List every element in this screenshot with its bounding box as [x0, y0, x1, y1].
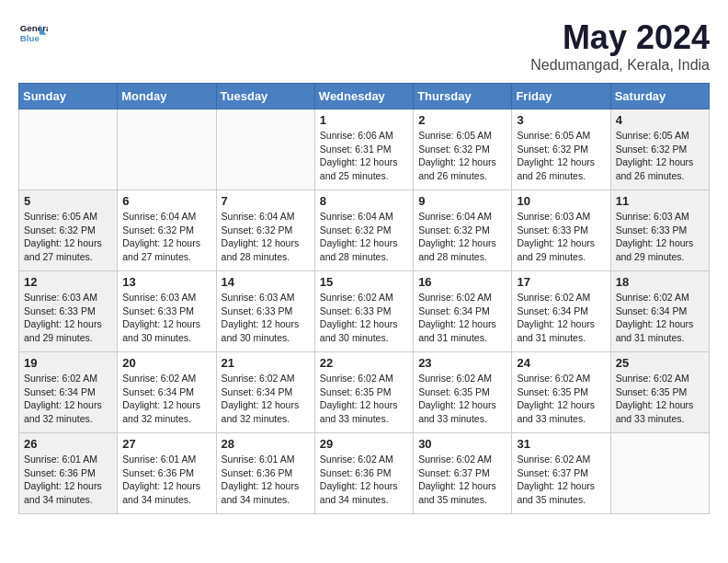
day-number: 19: [24, 356, 112, 370]
day-info: Sunrise: 6:02 AM Sunset: 6:34 PM Dayligh…: [24, 372, 112, 426]
day-info: Sunrise: 6:04 AM Sunset: 6:32 PM Dayligh…: [320, 210, 408, 264]
calendar-cell: 20Sunrise: 6:02 AM Sunset: 6:34 PM Dayli…: [118, 352, 216, 433]
weekday-header-saturday: Saturday: [610, 84, 709, 109]
day-info: Sunrise: 6:06 AM Sunset: 6:31 PM Dayligh…: [320, 129, 408, 183]
day-number: 1: [320, 113, 408, 127]
day-info: Sunrise: 6:04 AM Sunset: 6:32 PM Dayligh…: [418, 210, 506, 264]
calendar-cell: 21Sunrise: 6:02 AM Sunset: 6:34 PM Dayli…: [216, 352, 314, 433]
weekday-header-tuesday: Tuesday: [216, 84, 314, 109]
calendar-week-row: 12Sunrise: 6:03 AM Sunset: 6:33 PM Dayli…: [19, 271, 710, 352]
page-header: General Blue May 2024 Nedumangad, Kerala…: [18, 18, 710, 74]
day-number: 26: [24, 437, 112, 451]
calendar-cell: 12Sunrise: 6:03 AM Sunset: 6:33 PM Dayli…: [19, 271, 118, 352]
day-info: Sunrise: 6:02 AM Sunset: 6:34 PM Dayligh…: [616, 291, 704, 345]
calendar-cell: 19Sunrise: 6:02 AM Sunset: 6:34 PM Dayli…: [19, 352, 118, 433]
calendar-cell: [19, 109, 118, 190]
calendar-cell: 10Sunrise: 6:03 AM Sunset: 6:33 PM Dayli…: [512, 190, 610, 271]
calendar-cell: 16Sunrise: 6:02 AM Sunset: 6:34 PM Dayli…: [414, 271, 512, 352]
day-number: 17: [517, 275, 605, 289]
day-number: 10: [517, 194, 605, 208]
calendar-cell: 6Sunrise: 6:04 AM Sunset: 6:32 PM Daylig…: [118, 190, 216, 271]
day-info: Sunrise: 6:02 AM Sunset: 6:37 PM Dayligh…: [418, 453, 506, 507]
day-info: Sunrise: 6:02 AM Sunset: 6:35 PM Dayligh…: [517, 372, 605, 426]
day-number: 20: [122, 356, 210, 370]
day-info: Sunrise: 6:05 AM Sunset: 6:32 PM Dayligh…: [616, 129, 704, 183]
day-number: 3: [517, 113, 605, 127]
calendar-cell: 31Sunrise: 6:02 AM Sunset: 6:37 PM Dayli…: [512, 433, 610, 514]
day-info: Sunrise: 6:04 AM Sunset: 6:32 PM Dayligh…: [122, 210, 210, 264]
logo-icon: General Blue: [18, 18, 48, 48]
weekday-header-sunday: Sunday: [19, 84, 118, 109]
day-number: 11: [616, 194, 704, 208]
day-info: Sunrise: 6:03 AM Sunset: 6:33 PM Dayligh…: [24, 291, 112, 345]
day-info: Sunrise: 6:02 AM Sunset: 6:36 PM Dayligh…: [320, 453, 408, 507]
calendar-cell: 1Sunrise: 6:06 AM Sunset: 6:31 PM Daylig…: [314, 109, 413, 190]
day-number: 30: [418, 437, 506, 451]
day-info: Sunrise: 6:02 AM Sunset: 6:34 PM Dayligh…: [122, 372, 210, 426]
svg-text:Blue: Blue: [20, 33, 40, 43]
day-info: Sunrise: 6:02 AM Sunset: 6:35 PM Dayligh…: [418, 372, 506, 426]
location: Nedumangad, Kerala, India: [530, 57, 710, 74]
calendar-cell: 24Sunrise: 6:02 AM Sunset: 6:35 PM Dayli…: [512, 352, 610, 433]
calendar-cell: 11Sunrise: 6:03 AM Sunset: 6:33 PM Dayli…: [610, 190, 709, 271]
calendar-week-row: 5Sunrise: 6:05 AM Sunset: 6:32 PM Daylig…: [19, 190, 710, 271]
calendar-cell: 27Sunrise: 6:01 AM Sunset: 6:36 PM Dayli…: [118, 433, 216, 514]
day-info: Sunrise: 6:05 AM Sunset: 6:32 PM Dayligh…: [517, 129, 605, 183]
day-number: 8: [320, 194, 408, 208]
day-info: Sunrise: 6:04 AM Sunset: 6:32 PM Dayligh…: [222, 210, 310, 264]
day-number: 2: [418, 113, 506, 127]
day-info: Sunrise: 6:02 AM Sunset: 6:34 PM Dayligh…: [418, 291, 506, 345]
day-info: Sunrise: 6:02 AM Sunset: 6:35 PM Dayligh…: [616, 372, 704, 426]
calendar-cell: [216, 109, 314, 190]
day-number: 25: [616, 356, 704, 370]
day-info: Sunrise: 6:02 AM Sunset: 6:35 PM Dayligh…: [320, 372, 408, 426]
calendar-cell: [610, 433, 709, 514]
day-info: Sunrise: 6:05 AM Sunset: 6:32 PM Dayligh…: [24, 210, 112, 264]
day-info: Sunrise: 6:02 AM Sunset: 6:37 PM Dayligh…: [517, 453, 605, 507]
calendar-cell: 8Sunrise: 6:04 AM Sunset: 6:32 PM Daylig…: [314, 190, 413, 271]
calendar-cell: 3Sunrise: 6:05 AM Sunset: 6:32 PM Daylig…: [512, 109, 610, 190]
day-number: 4: [616, 113, 704, 127]
day-info: Sunrise: 6:01 AM Sunset: 6:36 PM Dayligh…: [24, 453, 112, 507]
calendar-header-row: SundayMondayTuesdayWednesdayThursdayFrid…: [19, 84, 710, 109]
day-info: Sunrise: 6:05 AM Sunset: 6:32 PM Dayligh…: [418, 129, 506, 183]
calendar-week-row: 19Sunrise: 6:02 AM Sunset: 6:34 PM Dayli…: [19, 352, 710, 433]
weekday-header-wednesday: Wednesday: [314, 84, 413, 109]
weekday-header-monday: Monday: [118, 84, 216, 109]
calendar-cell: 30Sunrise: 6:02 AM Sunset: 6:37 PM Dayli…: [414, 433, 512, 514]
day-number: 9: [418, 194, 506, 208]
day-info: Sunrise: 6:03 AM Sunset: 6:33 PM Dayligh…: [222, 291, 310, 345]
day-number: 12: [24, 275, 112, 289]
day-number: 18: [616, 275, 704, 289]
calendar-cell: 13Sunrise: 6:03 AM Sunset: 6:33 PM Dayli…: [118, 271, 216, 352]
day-info: Sunrise: 6:02 AM Sunset: 6:33 PM Dayligh…: [320, 291, 408, 345]
calendar-week-row: 1Sunrise: 6:06 AM Sunset: 6:31 PM Daylig…: [19, 109, 710, 190]
month-title: May 2024: [530, 18, 710, 57]
day-number: 27: [122, 437, 210, 451]
weekday-header-thursday: Thursday: [414, 84, 512, 109]
calendar-cell: 9Sunrise: 6:04 AM Sunset: 6:32 PM Daylig…: [414, 190, 512, 271]
day-number: 13: [122, 275, 210, 289]
day-number: 16: [418, 275, 506, 289]
day-info: Sunrise: 6:03 AM Sunset: 6:33 PM Dayligh…: [616, 210, 704, 264]
day-number: 21: [222, 356, 310, 370]
weekday-header-friday: Friday: [512, 84, 610, 109]
calendar-cell: 4Sunrise: 6:05 AM Sunset: 6:32 PM Daylig…: [610, 109, 709, 190]
title-block: May 2024 Nedumangad, Kerala, India: [530, 18, 710, 74]
calendar-cell: 23Sunrise: 6:02 AM Sunset: 6:35 PM Dayli…: [414, 352, 512, 433]
calendar-week-row: 26Sunrise: 6:01 AM Sunset: 6:36 PM Dayli…: [19, 433, 710, 514]
day-number: 15: [320, 275, 408, 289]
logo: General Blue: [18, 18, 48, 48]
calendar-cell: [118, 109, 216, 190]
day-number: 14: [222, 275, 310, 289]
calendar-cell: 29Sunrise: 6:02 AM Sunset: 6:36 PM Dayli…: [314, 433, 413, 514]
day-number: 28: [222, 437, 310, 451]
day-number: 22: [320, 356, 408, 370]
day-number: 24: [517, 356, 605, 370]
calendar-cell: 15Sunrise: 6:02 AM Sunset: 6:33 PM Dayli…: [314, 271, 413, 352]
calendar-cell: 5Sunrise: 6:05 AM Sunset: 6:32 PM Daylig…: [19, 190, 118, 271]
day-info: Sunrise: 6:01 AM Sunset: 6:36 PM Dayligh…: [222, 453, 310, 507]
calendar-cell: 7Sunrise: 6:04 AM Sunset: 6:32 PM Daylig…: [216, 190, 314, 271]
day-info: Sunrise: 6:01 AM Sunset: 6:36 PM Dayligh…: [122, 453, 210, 507]
day-number: 5: [24, 194, 112, 208]
